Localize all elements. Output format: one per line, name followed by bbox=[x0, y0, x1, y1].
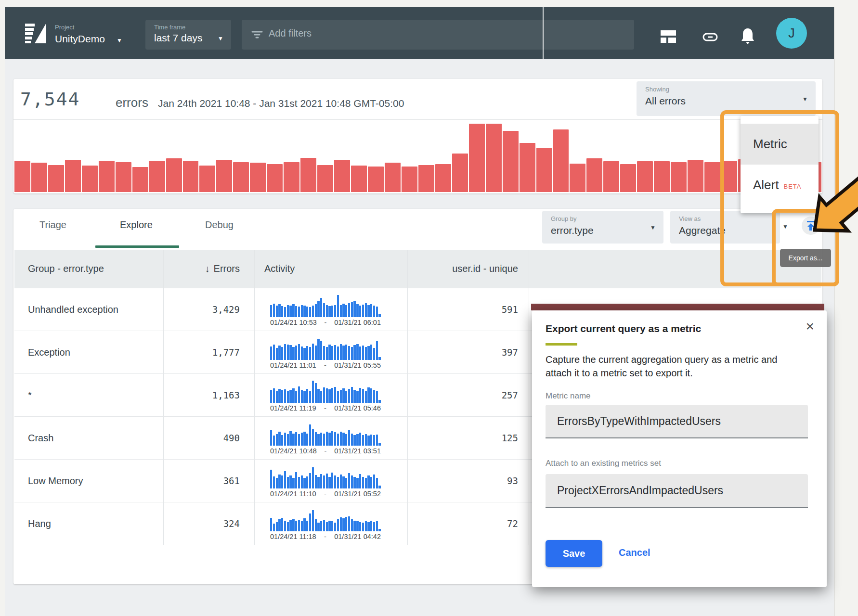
histogram-bar[interactable] bbox=[688, 160, 703, 192]
beta-badge: BETA bbox=[783, 183, 801, 190]
histogram-bar[interactable] bbox=[199, 166, 215, 192]
menu-item-metric[interactable]: Metric bbox=[741, 124, 819, 165]
sparkline-bar bbox=[359, 522, 361, 531]
activity-cell: 01/24/21 11:10-01/31/21 05:52 bbox=[254, 460, 407, 502]
histogram-bar[interactable] bbox=[637, 161, 653, 192]
histogram-bar[interactable] bbox=[284, 162, 299, 192]
histogram-bar[interactable] bbox=[435, 164, 451, 192]
histogram-bar[interactable] bbox=[48, 165, 64, 192]
save-button[interactable]: Save bbox=[546, 540, 602, 567]
sparkline-bar bbox=[334, 345, 336, 360]
sparkline-bar bbox=[378, 400, 380, 403]
histogram-bar[interactable] bbox=[654, 161, 670, 192]
notifications-bell-icon[interactable] bbox=[741, 27, 755, 45]
histogram-bar[interactable] bbox=[503, 131, 519, 192]
cancel-button[interactable]: Cancel bbox=[619, 547, 650, 558]
user-avatar[interactable]: J bbox=[776, 18, 807, 49]
header-group[interactable]: Group - error.type bbox=[14, 250, 163, 288]
histogram-bar[interactable] bbox=[570, 164, 585, 192]
histogram-bar[interactable] bbox=[216, 160, 232, 192]
dashboard-layout-icon[interactable] bbox=[660, 29, 677, 44]
histogram-bar[interactable] bbox=[704, 162, 720, 192]
histogram-bar[interactable] bbox=[267, 164, 283, 192]
sparkline-bar bbox=[334, 523, 336, 531]
histogram-bar[interactable] bbox=[418, 165, 434, 192]
histogram-bar[interactable] bbox=[452, 154, 468, 192]
histogram-bar[interactable] bbox=[233, 162, 249, 192]
tab-triage[interactable]: Triage bbox=[39, 219, 66, 231]
header-activity[interactable]: Activity bbox=[254, 250, 407, 288]
sparkline-bar bbox=[353, 521, 355, 531]
sparkline-bar bbox=[356, 478, 358, 488]
export-button[interactable] bbox=[802, 217, 820, 235]
histogram-bar[interactable] bbox=[586, 158, 602, 192]
histogram-bar[interactable] bbox=[385, 163, 401, 192]
view-as-select[interactable]: View as Aggregate bbox=[670, 211, 780, 244]
metric-name-input[interactable] bbox=[546, 405, 808, 438]
histogram-bar[interactable] bbox=[671, 162, 687, 192]
sparkline-bar bbox=[281, 347, 283, 360]
sparkline-bar bbox=[342, 388, 344, 403]
histogram-bar[interactable] bbox=[166, 158, 182, 192]
users-count-cell: 93 bbox=[407, 460, 529, 502]
histogram-bar[interactable] bbox=[721, 161, 737, 192]
histogram-bar[interactable] bbox=[65, 160, 81, 192]
errors-histogram[interactable] bbox=[14, 121, 821, 192]
sparkline-bar bbox=[365, 521, 367, 531]
histogram-bar[interactable] bbox=[469, 124, 485, 192]
view-as-caret-icon[interactable]: ▼ bbox=[782, 223, 788, 230]
histogram-bar[interactable] bbox=[250, 163, 266, 192]
close-icon[interactable]: × bbox=[806, 319, 814, 334]
histogram-bar[interactable] bbox=[334, 160, 350, 192]
sparkline-bar bbox=[295, 521, 297, 531]
sparkline-bar bbox=[292, 478, 294, 488]
histogram-bar[interactable] bbox=[486, 124, 502, 192]
modal-accent-bar bbox=[546, 343, 577, 346]
sparkline-bar bbox=[292, 388, 294, 403]
header-users[interactable]: user.id - unique bbox=[407, 250, 529, 288]
timeframe-select[interactable]: Time frame last 7 days ▼ bbox=[145, 20, 231, 50]
share-link-icon[interactable] bbox=[702, 31, 718, 43]
sparkline-bar bbox=[284, 389, 286, 403]
sparkline-bar bbox=[365, 478, 367, 488]
sparkline-bar bbox=[370, 304, 372, 317]
histogram-bar[interactable] bbox=[82, 166, 98, 192]
histogram-bar[interactable] bbox=[14, 161, 30, 192]
histogram-bar[interactable] bbox=[31, 163, 47, 192]
histogram-bar[interactable] bbox=[99, 161, 115, 192]
sparkline-bar bbox=[342, 476, 344, 488]
menu-item-alert[interactable]: Alert BETA bbox=[741, 165, 819, 205]
backtrace-logo-icon[interactable] bbox=[24, 22, 47, 45]
attach-set-input[interactable] bbox=[546, 474, 808, 508]
histogram-bar[interactable] bbox=[183, 161, 199, 192]
sparkline-bar bbox=[281, 306, 283, 317]
sparkline-bar bbox=[348, 430, 350, 446]
error-type-cell: Exception bbox=[14, 331, 163, 373]
histogram-bar[interactable] bbox=[132, 167, 148, 192]
project-caret-icon[interactable]: ▼ bbox=[117, 37, 122, 44]
filter-bar[interactable]: Add filters bbox=[242, 20, 634, 50]
histogram-bar[interactable] bbox=[620, 164, 636, 192]
tab-debug[interactable]: Debug bbox=[205, 219, 234, 231]
histogram-bar[interactable] bbox=[536, 148, 552, 192]
sparkline-bar bbox=[331, 306, 333, 317]
histogram-bar[interactable] bbox=[300, 158, 316, 192]
sparkline-bar bbox=[301, 390, 303, 403]
histogram-bar[interactable] bbox=[317, 165, 333, 192]
histogram-bar[interactable] bbox=[553, 129, 569, 192]
showing-select[interactable]: Showing All errors ▼ bbox=[637, 81, 816, 116]
sparkline-bar bbox=[378, 443, 380, 446]
sparkline-bar bbox=[320, 298, 322, 317]
histogram-bar[interactable] bbox=[368, 167, 384, 192]
project-value[interactable]: UnityDemo bbox=[55, 33, 105, 45]
histogram-bar[interactable] bbox=[520, 143, 535, 192]
header-errors[interactable]: ↓Errors bbox=[163, 250, 254, 288]
histogram-bar[interactable] bbox=[351, 166, 367, 192]
tab-explore[interactable]: Explore bbox=[120, 219, 153, 231]
group-by-select[interactable]: Group by error.type ▼ bbox=[542, 211, 663, 244]
histogram-bar[interactable] bbox=[603, 161, 619, 192]
histogram-bar[interactable] bbox=[402, 167, 417, 192]
histogram-bar[interactable] bbox=[149, 161, 165, 192]
sparkline-bar bbox=[312, 510, 314, 531]
histogram-bar[interactable] bbox=[116, 162, 131, 192]
